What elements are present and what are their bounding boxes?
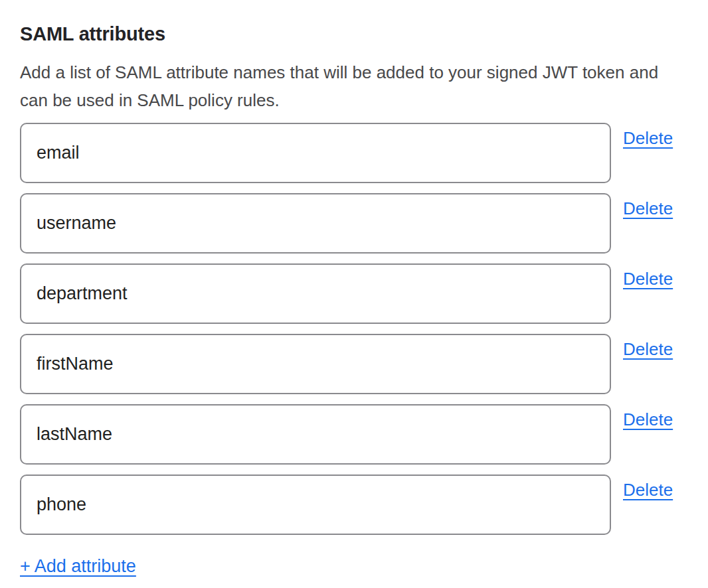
attribute-input-email[interactable] [20, 123, 611, 183]
attribute-row: Delete [20, 193, 688, 254]
delete-attribute-link[interactable]: Delete [623, 198, 673, 218]
saml-attributes-section: SAML attributes Add a list of SAML attri… [0, 0, 708, 577]
attribute-input-lastname[interactable] [20, 404, 611, 465]
attribute-row: Delete [20, 475, 688, 535]
attribute-input-department[interactable] [20, 263, 611, 324]
section-title: SAML attributes [20, 23, 688, 45]
add-attribute-link[interactable]: + Add attribute [20, 555, 136, 577]
attribute-input-username[interactable] [20, 193, 611, 254]
attribute-row: Delete [20, 263, 688, 324]
delete-attribute-link[interactable]: Delete [623, 409, 673, 429]
attribute-list: Delete Delete Delete Delete Delete Delet… [20, 123, 688, 535]
attribute-row: Delete [20, 334, 688, 394]
attribute-row: Delete [20, 123, 688, 183]
delete-attribute-link[interactable]: Delete [623, 339, 673, 359]
attribute-row: Delete [20, 404, 688, 465]
delete-attribute-link[interactable]: Delete [623, 269, 673, 289]
attribute-input-phone[interactable] [20, 475, 611, 535]
delete-attribute-link[interactable]: Delete [623, 128, 673, 148]
delete-attribute-link[interactable]: Delete [623, 480, 673, 500]
section-description: Add a list of SAML attribute names that … [20, 58, 688, 114]
attribute-input-firstname[interactable] [20, 334, 611, 394]
